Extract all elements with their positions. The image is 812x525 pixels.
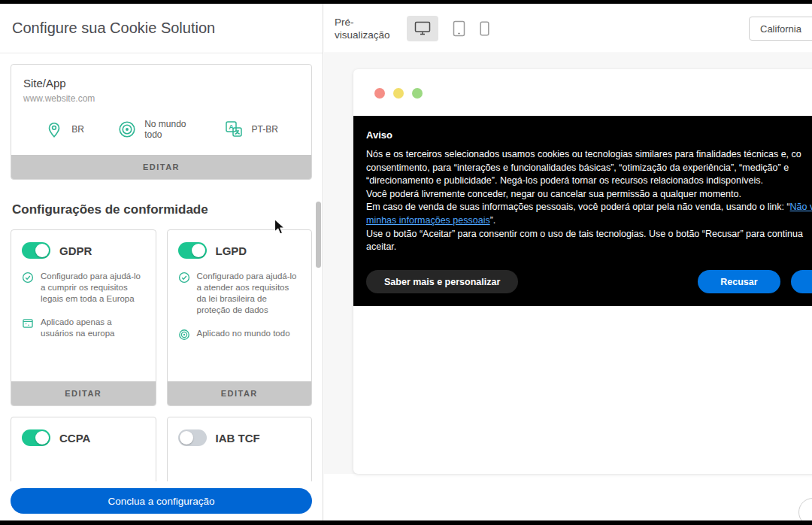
gdpr-name: GDPR (59, 244, 92, 257)
desktop-icon (414, 21, 431, 35)
check-circle-icon (178, 272, 190, 284)
accept-button[interactable]: Aceitar (791, 270, 812, 293)
region-select[interactable]: California (749, 17, 812, 41)
iab-tcf-toggle[interactable] (178, 429, 207, 446)
customize-button[interactable]: Saber mais e personalizar (366, 270, 518, 293)
gdpr-card: GDPR Configurado para ajudá-lo a cumprir… (11, 229, 156, 406)
banner-text-line: Você poderá livremente conceder, negar o… (366, 188, 812, 202)
lgpd-toggle[interactable] (178, 242, 207, 259)
do-not-sell-link[interactable]: Não venda (790, 202, 812, 212)
target-icon (178, 329, 190, 341)
site-url: www.website.com (23, 93, 299, 104)
target-icon (117, 120, 137, 139)
window-frame-top (0, 0, 812, 4)
site-app-card: Site/App www.website.com BR No mundo tod… (11, 64, 312, 180)
banner-text-line: “direcionamento e publicidade”. Negá-los… (366, 174, 812, 188)
gdpr-edit-button[interactable]: EDITAR (11, 381, 156, 405)
left-panel-scrollbar[interactable] (316, 202, 321, 268)
banner-text-line: Nós e os terceiros selecionados usamos c… (366, 148, 812, 162)
configuration-footer: Conclua a configuração (0, 481, 323, 520)
country-badge-label: BR (71, 124, 84, 135)
lgpd-name: LGPD (216, 244, 247, 257)
region-icon (22, 317, 34, 329)
site-badges: BR No mundo todo A PT-BR (23, 119, 299, 155)
ccpa-toggle[interactable] (22, 429, 50, 446)
banner-actions: Saber mais e personalizar Recusar Aceita… (366, 270, 812, 293)
device-desktop-button[interactable] (407, 16, 438, 41)
configuration-header: Configure sua Cookie Solution (0, 4, 323, 53)
scope-badge: No mundo todo (117, 119, 191, 140)
banner-text-line: minhas informações pessoais”. (366, 214, 812, 228)
preview-header: Pré-visualização California (324, 4, 812, 53)
lgpd-edit-button[interactable]: EDITAR (168, 381, 312, 405)
preview-panel: Pré-visualização California Aviso Nós (324, 4, 812, 520)
do-not-sell-link[interactable]: minhas informações pessoais (366, 215, 490, 226)
tablet-icon (453, 20, 465, 37)
page-title: Configure sua Cookie Solution (12, 20, 215, 37)
preview-label: Pré-visualização (335, 16, 398, 41)
cookie-banner-title: Aviso (366, 129, 812, 141)
language-badge: A PT-BR (224, 120, 277, 139)
mobile-icon (480, 21, 489, 36)
window-minimize-dot (393, 88, 404, 99)
device-selector (407, 16, 489, 41)
gdpr-point-1: Configurado para ajudá-lo a cumprir os r… (22, 271, 145, 305)
finish-configuration-button[interactable]: Conclua a configuração (11, 488, 312, 514)
location-pin-icon (44, 120, 64, 139)
lgpd-point-1: Configurado para ajudá-lo a atender aos … (178, 271, 301, 316)
translate-icon: A (224, 120, 244, 139)
cookie-banner: Aviso Nós e os terceiros selecionados us… (353, 116, 812, 306)
site-edit-button[interactable]: EDITAR (11, 155, 311, 179)
configuration-panel: Configure sua Cookie Solution Site/App w… (0, 4, 323, 520)
banner-text-line: aceitar. (366, 241, 812, 254)
banner-text-line: Em caso de venda de suas informações pes… (366, 201, 812, 214)
scope-badge-label: No mundo todo (144, 119, 191, 140)
lgpd-point-2: Aplicado no mundo todo (178, 328, 301, 341)
browser-mockup: Aviso Nós e os terceiros selecionados us… (353, 69, 812, 474)
gdpr-point-2: Aplicado apenas a usuários na europa (22, 317, 145, 339)
device-tablet-button[interactable] (453, 20, 465, 37)
window-frame-bottom (0, 520, 812, 525)
reject-button[interactable]: Recusar (698, 270, 780, 293)
browser-window-controls (353, 69, 812, 99)
lgpd-card: LGPD Configurado para ajudá-lo a atender… (167, 229, 313, 406)
preview-area: Aviso Nós e os terceiros selecionados us… (324, 54, 812, 474)
window-zoom-dot (412, 88, 423, 99)
language-badge-label: PT-BR (251, 124, 277, 135)
site-app-label: Site/App (23, 77, 299, 90)
window-close-dot (374, 88, 385, 99)
ccpa-name: CCPA (59, 432, 90, 445)
check-circle-icon (22, 272, 34, 284)
banner-text-line: Use o botão “Aceitar” para consentir com… (366, 228, 812, 241)
iab-tcf-name: IAB TCF (216, 432, 260, 445)
gdpr-toggle[interactable] (22, 242, 50, 259)
device-mobile-button[interactable] (480, 21, 489, 36)
country-badge: BR (44, 120, 84, 139)
compliance-heading: Configurações de conformidade (12, 202, 311, 217)
compliance-cards-row1: GDPR Configurado para ajudá-lo a cumprir… (11, 229, 312, 406)
banner-text-line: consentimento, para “interações e funcio… (366, 162, 812, 175)
